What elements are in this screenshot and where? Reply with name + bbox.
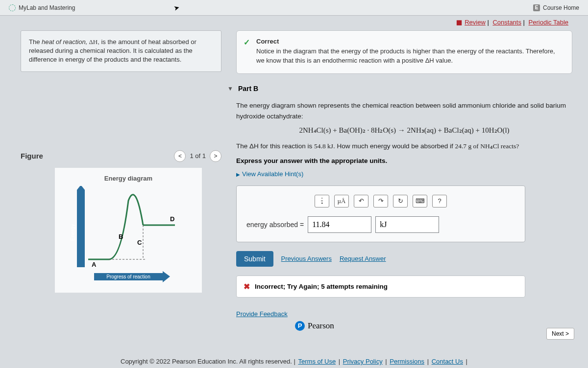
x-icon: ✖ (244, 282, 250, 291)
tab-course-home[interactable]: E Course Home (528, 2, 584, 13)
permissions-link[interactable]: Permissions (390, 358, 424, 365)
answer-label: energy absorbed = (246, 221, 304, 229)
answer-unit-input[interactable] (375, 216, 439, 233)
collapse-caret-icon[interactable]: ▼ (227, 85, 233, 92)
figure-prev-button[interactable]: < (174, 150, 186, 162)
instruction-text: Express your answer with the appropriate… (236, 157, 572, 164)
link-review[interactable]: Review (465, 19, 486, 26)
answer-area: ▫▪ µÅ ↶ ↷ ↻ ⌨ ? energy absorbed = (236, 185, 525, 242)
units-button[interactable]: µÅ (334, 195, 349, 207)
check-icon: ✓ (244, 37, 250, 48)
svg-rect-0 (77, 190, 85, 267)
figure-title: Figure (21, 152, 43, 160)
answer-value-input[interactable] (308, 216, 371, 233)
mylab-icon (9, 4, 16, 11)
svg-marker-12 (163, 271, 170, 282)
svg-text:A: A (92, 261, 97, 268)
hints-toggle[interactable]: ▶View Available Hint(s) (236, 170, 572, 178)
submit-button[interactable]: Submit (236, 251, 273, 267)
correct-feedback-box: ✓ Correct Notice in the diagram that the… (236, 30, 572, 74)
svg-text:Energy: Energy (70, 224, 75, 241)
next-button[interactable]: Next > (546, 328, 574, 340)
pearson-p-icon: P (295, 321, 305, 331)
redo-button[interactable]: ↷ (373, 195, 388, 207)
tab-course-label: Course Home (543, 4, 579, 11)
svg-text:C: C (137, 239, 142, 246)
figure-counter: 1 of 1 (190, 152, 206, 160)
contact-link[interactable]: Contact Us (432, 358, 463, 365)
previous-answers-link[interactable]: Previous Answers (281, 255, 332, 262)
pearson-brand: P Pearson (295, 321, 572, 331)
help-button[interactable]: ? (432, 195, 447, 207)
svg-text:B: B (119, 233, 123, 240)
request-answer-link[interactable]: Request Answer (340, 255, 386, 262)
tab-mylab-label: MyLab and Mastering (19, 4, 75, 11)
e-icon: E (533, 4, 540, 11)
energy-diagram: Energy diagram Energy A B (55, 168, 202, 293)
link-periodic-table[interactable]: Periodic Table (529, 19, 568, 26)
part-b-title: Part B (238, 85, 258, 92)
svg-text:Progress of reaction: Progress of reaction (106, 274, 150, 279)
keyboard-button[interactable]: ⌨ (413, 195, 427, 207)
incorrect-feedback-box: ✖ Incorrect; Try Again; 5 attempts remai… (236, 276, 525, 298)
intro-box: The heat of reaction, ΔH, is the amount … (21, 30, 221, 72)
svg-marker-1 (77, 186, 85, 190)
fraction-button[interactable]: ▫▪ (315, 195, 329, 207)
link-constants[interactable]: Constants (492, 19, 521, 26)
tab-mylab[interactable]: MyLab and Mastering (4, 2, 80, 13)
reset-button[interactable]: ↻ (393, 195, 408, 207)
provide-feedback-link[interactable]: Provide Feedback (236, 310, 288, 318)
question-text: The energy diagram shown represents the … (236, 100, 572, 152)
cursor-icon: ➤ (173, 3, 181, 13)
undo-button[interactable]: ↶ (354, 195, 368, 207)
nav-links: ▮▮ Review | Constants | Periodic Table (456, 19, 568, 26)
copyright-footer: Copyright © 2022 Pearson Education Inc. … (0, 358, 588, 365)
figure-next-button[interactable]: > (210, 150, 221, 162)
privacy-link[interactable]: Privacy Policy (343, 358, 383, 365)
pause-icon: ▮▮ (456, 19, 461, 26)
svg-text:D: D (170, 215, 174, 223)
terms-link[interactable]: Terms of Use (298, 358, 336, 365)
